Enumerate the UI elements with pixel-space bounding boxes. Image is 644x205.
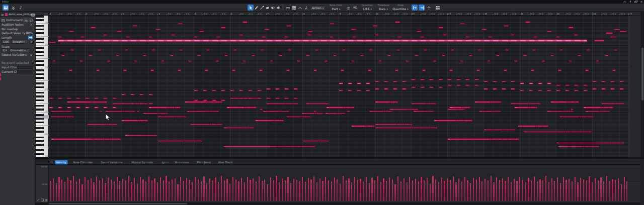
midi-note[interactable]: F2 (375, 101, 398, 102)
midi-note[interactable] (395, 69, 398, 71)
tab-musical-symbols[interactable]: Musical Symbols (130, 160, 154, 164)
draw-mode-icon[interactable] (37, 198, 40, 201)
listen-tool-button[interactable] (275, 5, 281, 11)
midi-note[interactable] (117, 31, 122, 32)
midi-note[interactable]: E3 (493, 81, 497, 82)
midi-note[interactable]: F3 (429, 79, 434, 80)
midi-note[interactable]: G2 (284, 97, 289, 99)
black-key[interactable] (36, 122, 44, 124)
midi-note[interactable] (523, 55, 527, 56)
black-key[interactable] (36, 51, 44, 53)
float-window-icon[interactable] (634, 1, 638, 3)
midi-note[interactable]: D2 (85, 107, 90, 108)
velocity-bar[interactable] (589, 176, 590, 201)
midi-note[interactable] (284, 36, 288, 38)
midi-note[interactable]: F2 (67, 101, 107, 102)
snap-toggle-button[interactable] (412, 5, 418, 11)
midi-note[interactable] (155, 29, 160, 30)
midi-note[interactable] (216, 36, 220, 38)
velocity-bar[interactable] (79, 179, 80, 201)
black-key[interactable] (36, 95, 44, 97)
midi-note[interactable] (556, 36, 560, 38)
velocity-bar[interactable] (514, 179, 515, 201)
midi-note[interactable]: E3 (375, 81, 379, 82)
mute-button[interactable]: M (24, 19, 28, 22)
midi-note[interactable]: D#3 (547, 82, 551, 84)
black-key[interactable] (36, 140, 44, 142)
black-key[interactable] (36, 32, 44, 34)
no-overlap-row[interactable]: No overlap (2, 27, 34, 31)
midi-note[interactable]: E2 (306, 103, 329, 105)
midi-note[interactable] (369, 49, 373, 51)
velocity-bar[interactable] (61, 179, 62, 201)
velocity-bar[interactable] (528, 178, 529, 201)
collapse-handle-icon[interactable] (50, 161, 53, 163)
midi-note[interactable]: C2 (585, 111, 610, 112)
velocity-bar[interactable] (430, 183, 431, 201)
midi-note[interactable] (215, 60, 219, 62)
piano-view-button[interactable] (3, 5, 9, 11)
midi-note[interactable] (347, 111, 350, 112)
midi-note[interactable] (286, 25, 291, 27)
midi-note[interactable] (80, 36, 85, 38)
midi-note[interactable]: C2 (187, 111, 219, 112)
snap-group[interactable]: Snap Quantize ▾ (392, 4, 409, 11)
tab-after-touch[interactable]: After Touch (217, 160, 234, 164)
midi-note[interactable] (569, 27, 574, 28)
black-key[interactable] (36, 69, 44, 71)
midi-note[interactable] (525, 21, 530, 23)
velocity-bar[interactable] (400, 181, 401, 201)
velocity-bar[interactable] (142, 179, 143, 201)
velocity-bar[interactable] (435, 179, 436, 201)
black-key[interactable] (36, 29, 44, 31)
length-extra-button[interactable]: + (29, 40, 34, 44)
velocity-bar[interactable] (131, 182, 132, 201)
fork-icon-button[interactable] (303, 5, 309, 11)
velocity-bar[interactable] (369, 183, 370, 201)
velocity-bar[interactable] (192, 182, 193, 201)
velocity-bar[interactable] (427, 178, 428, 201)
midi-note[interactable]: D2 (112, 107, 117, 108)
midi-note[interactable] (585, 69, 589, 71)
midi-note[interactable]: C3 (619, 88, 624, 89)
score-view-button[interactable]: ♪ (18, 5, 24, 11)
velocity-bar[interactable] (238, 181, 239, 201)
midi-note[interactable]: A2 (148, 94, 153, 95)
midi-note[interactable] (148, 36, 152, 38)
midi-note[interactable] (504, 25, 509, 27)
velocity-bar[interactable] (569, 179, 570, 201)
velocity-bar[interactable] (85, 177, 86, 201)
midi-note[interactable] (259, 69, 263, 71)
velocity-bar[interactable] (600, 177, 601, 201)
midi-note[interactable] (487, 60, 491, 62)
velocity-bar[interactable] (226, 179, 227, 201)
velocity-bar[interactable] (114, 181, 115, 201)
midi-note[interactable]: E2 (601, 103, 624, 105)
midi-note[interactable] (264, 29, 269, 30)
midi-note[interactable]: A1 (51, 116, 74, 118)
midi-note[interactable] (205, 69, 208, 71)
velocity-bar[interactable] (105, 183, 106, 201)
velocity-bar[interactable] (404, 178, 405, 201)
velocity-bar[interactable] (310, 179, 311, 201)
midi-note[interactable] (243, 21, 248, 23)
midi-note[interactable] (360, 55, 364, 56)
velocity-bar[interactable] (343, 176, 344, 201)
midi-note[interactable]: C#3 (411, 86, 416, 88)
length-mode-dropdown[interactable]: Straight ▾ (11, 40, 28, 44)
midi-note[interactable]: B2 (547, 90, 551, 91)
midi-note[interactable] (587, 49, 590, 51)
midi-note[interactable] (307, 34, 311, 36)
tab-pitch-bend[interactable]: Pitch Bend (196, 160, 212, 164)
midi-note[interactable] (172, 107, 175, 108)
midi-note[interactable] (514, 60, 518, 62)
midi-note[interactable] (150, 69, 154, 71)
midi-note[interactable] (610, 36, 616, 38)
midi-note[interactable] (395, 21, 400, 23)
velocity-bar[interactable] (189, 180, 190, 201)
midi-note[interactable]: A1 (157, 116, 186, 118)
midi-note[interactable]: C3 (610, 88, 615, 89)
velocity-bar[interactable] (64, 182, 65, 201)
velocity-bar[interactable] (209, 178, 210, 201)
black-key[interactable] (36, 55, 44, 57)
